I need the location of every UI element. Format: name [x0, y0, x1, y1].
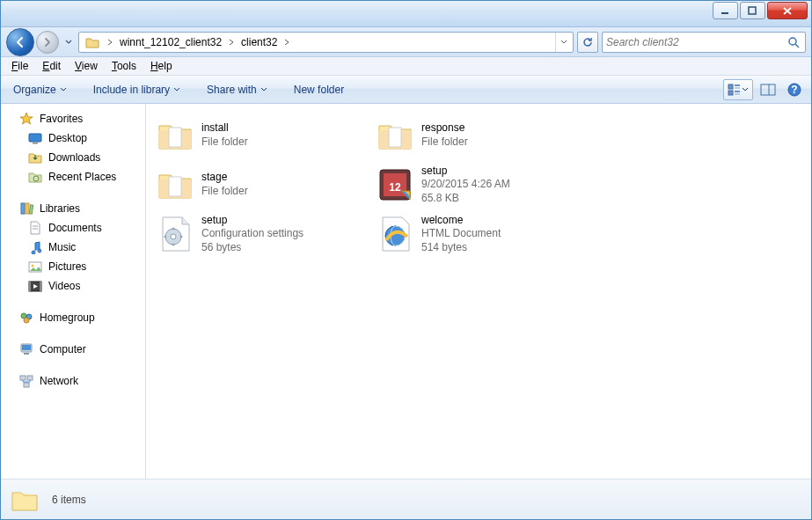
preview-pane-button[interactable] — [757, 79, 779, 100]
svg-point-2 — [789, 38, 796, 45]
libraries-header[interactable]: Libraries — [1, 199, 145, 218]
command-bar: Organize Include in library Share with N… — [1, 76, 811, 104]
forward-button[interactable] — [36, 31, 59, 54]
recent-locations-dropdown[interactable] — [62, 39, 75, 46]
refresh-button[interactable] — [577, 32, 598, 53]
file-name: install — [201, 121, 248, 135]
file-item[interactable]: stageFile folder — [150, 160, 369, 209]
svg-text:12: 12 — [389, 181, 401, 194]
breadcrumb-0-label: winnt_12102_client32 — [120, 36, 222, 48]
file-name: welcome — [421, 214, 501, 228]
breadcrumb-1[interactable]: client32 — [238, 33, 281, 52]
close-button[interactable] — [767, 2, 808, 19]
nav-videos[interactable]: Videos — [1, 276, 145, 296]
menu-view[interactable]: View — [68, 58, 105, 74]
svg-point-23 — [32, 265, 34, 267]
folder-icon — [84, 34, 100, 50]
file-meta-1: File folder — [421, 135, 468, 150]
favorites-group: Favorites Desktop Downloads Recent Place… — [1, 109, 145, 187]
nav-homegroup[interactable]: Homegroup — [1, 308, 145, 327]
html-icon — [376, 215, 414, 253]
nav-desktop[interactable]: Desktop — [1, 128, 145, 148]
nav-computer[interactable]: Computer — [1, 340, 145, 359]
svg-rect-31 — [22, 345, 31, 350]
favorites-icon — [18, 111, 34, 127]
breadcrumb-0[interactable]: winnt_12102_client32 — [116, 33, 225, 52]
recent-places-icon — [27, 169, 43, 185]
svg-rect-36 — [169, 128, 181, 147]
file-name: response — [421, 121, 468, 135]
favorites-header[interactable]: Favorites — [1, 109, 145, 128]
file-item[interactable]: installFile folder — [150, 111, 369, 160]
help-button[interactable]: ? — [783, 79, 806, 100]
svg-rect-25 — [29, 282, 31, 291]
share-with-button[interactable]: Share with — [200, 80, 274, 99]
svg-rect-4 — [728, 84, 733, 89]
file-name: setup — [201, 214, 304, 228]
breadcrumb-sep-0[interactable] — [225, 33, 238, 52]
breadcrumb-root-chevron[interactable] — [104, 33, 116, 52]
menu-edit[interactable]: Edit — [35, 58, 68, 74]
body: Favorites Desktop Downloads Recent Place… — [1, 104, 811, 479]
menu-tools[interactable]: Tools — [105, 58, 143, 74]
svg-rect-5 — [735, 84, 740, 86]
navigation-bar: winnt_12102_client32 client32 — [1, 27, 811, 57]
window-controls — [711, 2, 808, 19]
libraries-icon — [18, 201, 34, 216]
svg-point-29 — [24, 318, 29, 323]
file-meta-2: 65.8 KB — [421, 192, 510, 206]
breadcrumb-sep-1[interactable] — [281, 33, 293, 52]
nav-documents[interactable]: Documents — [1, 218, 145, 238]
nav-recent-places[interactable]: Recent Places — [1, 167, 145, 187]
svg-rect-14 — [29, 134, 41, 142]
svg-rect-17 — [21, 203, 25, 214]
svg-rect-9 — [735, 93, 740, 95]
file-name: setup — [421, 165, 510, 179]
search-input[interactable] — [606, 36, 786, 48]
maximize-button[interactable] — [740, 2, 765, 19]
menu-file-rest: ile — [18, 60, 28, 72]
breadcrumb-1-label: client32 — [241, 36, 277, 48]
nav-downloads[interactable]: Downloads — [1, 148, 145, 167]
view-mode-button[interactable] — [723, 79, 753, 100]
menu-file[interactable]: File — [4, 58, 35, 74]
file-item[interactable]: welcomeHTML Document514 bytes — [369, 209, 589, 259]
nav-network[interactable]: Network — [1, 371, 145, 391]
file-item[interactable]: setupConfiguration settings56 bytes — [150, 209, 369, 259]
nav-music[interactable]: Music — [1, 238, 145, 257]
pictures-icon — [27, 259, 43, 275]
tiles-view-icon — [728, 84, 742, 96]
documents-icon — [27, 220, 43, 236]
file-item[interactable]: responseFile folder — [369, 111, 589, 160]
svg-rect-6 — [735, 87, 740, 89]
file-item[interactable]: 12setup9/20/2015 4:26 AM65.8 KB — [369, 160, 589, 209]
computer-icon — [18, 341, 34, 357]
folder-icon — [376, 116, 414, 155]
svg-rect-7 — [728, 91, 733, 95]
svg-rect-0 — [721, 12, 728, 14]
file-meta-2: 56 bytes — [201, 241, 304, 255]
svg-point-43 — [171, 234, 176, 239]
nav-pictures[interactable]: Pictures — [1, 257, 145, 276]
libraries-group: Libraries Documents Music Pictures Video… — [1, 199, 145, 296]
search-icon[interactable] — [786, 36, 801, 48]
new-folder-button[interactable]: New folder — [287, 80, 351, 99]
back-button[interactable] — [6, 28, 34, 56]
search-box[interactable] — [602, 32, 806, 53]
file-list[interactable]: installFile folderresponseFile foldersta… — [146, 104, 811, 479]
navigation-pane[interactable]: Favorites Desktop Downloads Recent Place… — [1, 104, 146, 479]
menu-help[interactable]: Help — [143, 58, 179, 74]
address-dropdown[interactable] — [555, 33, 571, 52]
svg-rect-38 — [169, 177, 181, 196]
svg-rect-1 — [749, 7, 756, 14]
file-meta-1: File folder — [201, 185, 248, 199]
include-in-library-button[interactable]: Include in library — [86, 80, 187, 99]
svg-line-3 — [795, 44, 799, 48]
homegroup-icon — [18, 310, 34, 326]
svg-rect-37 — [389, 128, 401, 147]
downloads-icon — [27, 150, 43, 165]
address-bar[interactable]: winnt_12102_client32 client32 — [78, 32, 574, 53]
minimize-button[interactable] — [713, 2, 738, 19]
organize-button[interactable]: Organize — [6, 80, 74, 99]
folder-icon — [156, 116, 194, 155]
